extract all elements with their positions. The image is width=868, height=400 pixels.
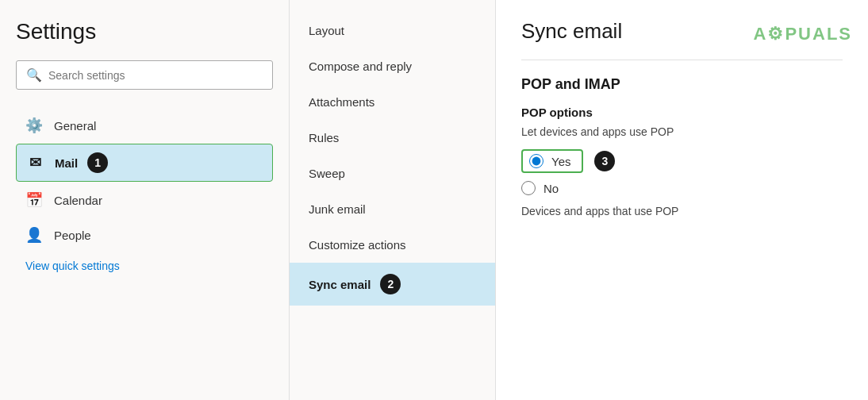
middle-nav-rules[interactable]: Rules: [290, 120, 495, 156]
middle-panel: Layout Compose and reply Attachments Rul…: [290, 0, 496, 400]
search-box[interactable]: 🔍: [16, 60, 273, 90]
middle-nav-attachments[interactable]: Attachments: [290, 84, 495, 120]
section-divider-1: [521, 60, 843, 60]
middle-nav-customize[interactable]: Customize actions: [290, 227, 495, 263]
search-icon: 🔍: [26, 67, 42, 83]
pop-options-title: POP options: [521, 106, 843, 119]
radio-no-input[interactable]: [521, 181, 536, 195]
sidebar-item-people[interactable]: 👤 People: [16, 218, 273, 252]
step-badge-2: 2: [380, 274, 401, 294]
middle-nav-layout[interactable]: Layout: [290, 13, 495, 48]
settings-title: Settings: [16, 19, 273, 44]
watermark: A⚙PUALS: [754, 24, 852, 44]
pop-description: Let devices and apps use POP: [521, 125, 843, 138]
sidebar-item-label-people: People: [54, 229, 91, 242]
right-panel: Sync email A⚙PUALS POP and IMAP POP opti…: [496, 0, 868, 400]
middle-nav-sync-label: Sync email: [309, 278, 371, 291]
calendar-icon: 📅: [25, 191, 43, 209]
middle-nav-sync[interactable]: Sync email 2: [290, 263, 495, 306]
left-panel: Settings 🔍 ⚙️ General ✉ Mail 1 📅 Calenda…: [0, 0, 290, 400]
radio-yes-label[interactable]: Yes: [551, 155, 570, 168]
gear-icon: ⚙️: [25, 117, 43, 134]
radio-no-option[interactable]: No: [521, 181, 843, 195]
step-badge-1: 1: [87, 152, 108, 173]
sidebar-item-calendar[interactable]: 📅 Calendar: [16, 183, 273, 217]
radio-yes-input[interactable]: [529, 154, 543, 168]
sidebar-item-label-calendar: Calendar: [54, 194, 102, 207]
people-icon: 👤: [25, 226, 43, 244]
sidebar-item-mail[interactable]: ✉ Mail 1: [16, 144, 273, 182]
radio-yes-option[interactable]: Yes 3: [521, 149, 843, 173]
middle-nav-sweep[interactable]: Sweep: [290, 156, 495, 191]
step-badge-3: 3: [594, 151, 615, 171]
sidebar-item-label-general: General: [54, 119, 96, 133]
bottom-description: Devices and apps that use POP: [521, 205, 843, 217]
radio-no-label[interactable]: No: [543, 182, 559, 195]
pop-imap-title: POP and IMAP: [521, 76, 843, 93]
mail-icon: ✉: [26, 154, 44, 171]
search-input[interactable]: [48, 69, 263, 82]
radio-yes-wrapper[interactable]: Yes: [521, 149, 583, 173]
middle-nav-compose[interactable]: Compose and reply: [290, 48, 495, 84]
sidebar-item-general[interactable]: ⚙️ General: [16, 109, 273, 142]
view-quick-settings-link[interactable]: View quick settings: [16, 253, 273, 279]
sidebar-item-label-mail: Mail: [55, 156, 78, 170]
middle-nav-junk[interactable]: Junk email: [290, 191, 495, 227]
